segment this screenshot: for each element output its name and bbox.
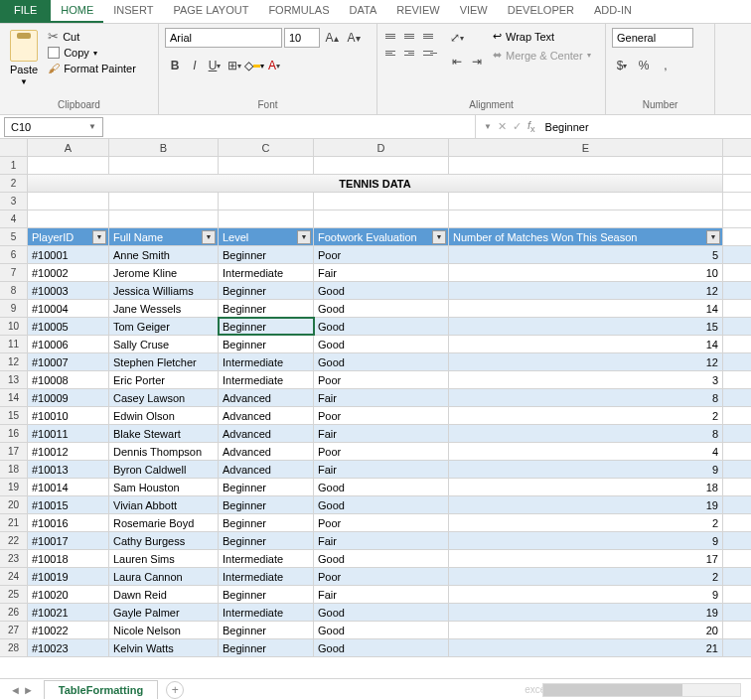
cell-playerid[interactable]: #10018 [28,550,109,567]
cell-footwork[interactable]: Good [314,622,449,638]
merge-center-button[interactable]: ⬌ Merge & Center ▾ [491,47,593,64]
row-header[interactable]: 25 [0,586,28,603]
fx-icon[interactable]: fx [527,119,535,134]
row-header[interactable]: 14 [0,389,28,406]
font-size-select[interactable] [284,28,320,48]
cell-wins[interactable]: 2 [449,568,723,585]
wrap-text-button[interactable]: ↩ Wrap Text [491,28,593,45]
cell-footwork[interactable]: Poor [314,407,449,424]
copy-button[interactable]: Copy ▾ [46,46,138,60]
font-name-select[interactable] [165,28,282,48]
cell-level[interactable]: Intermediate [219,568,314,585]
cell-playerid[interactable]: #10011 [28,425,109,442]
col-header-d[interactable]: D [314,139,449,156]
cell-playerid[interactable]: #10013 [28,461,109,478]
align-left-button[interactable] [383,45,401,61]
cell-level[interactable]: Beginner [219,532,314,549]
row-header[interactable]: 21 [0,514,28,531]
cell-footwork[interactable]: Good [314,336,449,352]
cell-level[interactable]: Advanced [219,461,314,478]
row-header[interactable]: 4 [0,210,28,227]
cell-fullname[interactable]: Jessica Williams [109,282,219,299]
cell-level[interactable]: Intermediate [219,353,314,370]
cell-level[interactable]: Intermediate [219,264,314,281]
cell-footwork[interactable]: Fair [314,389,449,406]
cell[interactable] [314,210,449,227]
tab-page-layout[interactable]: PAGE LAYOUT [163,0,258,23]
cell-wins[interactable]: 12 [449,353,723,370]
cell-wins[interactable]: 5 [449,246,723,263]
cell-level[interactable]: Intermediate [219,550,314,567]
cell-footwork[interactable]: Good [314,479,449,495]
cell-fullname[interactable]: Lauren Sims [109,550,219,567]
filter-dropdown-icon[interactable]: ▼ [706,230,720,244]
sheet-nav-prev[interactable]: ◄ [10,684,21,696]
row-header[interactable]: 11 [0,336,28,352]
chevron-down-icon[interactable]: ▼ [88,122,96,131]
italic-button[interactable]: I [185,56,205,75]
cell-footwork[interactable]: Poor [314,514,449,531]
cell-fullname[interactable]: Laura Cannon [109,568,219,585]
cell-wins[interactable]: 2 [449,514,723,531]
cell-wins[interactable]: 14 [449,300,723,317]
table-header-cell[interactable]: Footwork Evaluation▼ [314,228,449,245]
row-header[interactable]: 18 [0,461,28,478]
cell-playerid[interactable]: #10008 [28,371,109,388]
cell-fullname[interactable]: Gayle Palmer [109,604,219,621]
align-bottom-button[interactable] [421,28,439,44]
cell-playerid[interactable]: #10014 [28,479,109,495]
decrease-indent-button[interactable]: ⇤ [447,52,467,71]
accept-formula-icon[interactable]: ✓ [513,120,522,133]
increase-indent-button[interactable]: ⇥ [467,52,487,71]
row-header[interactable]: 2 [0,175,28,192]
tab-insert[interactable]: INSERT [103,0,163,23]
cell[interactable] [109,210,219,227]
cell-playerid[interactable]: #10006 [28,336,109,352]
cell[interactable] [28,157,109,174]
row-header[interactable]: 24 [0,568,28,585]
formula-input[interactable] [543,119,751,135]
horizontal-scrollbar[interactable] [542,683,741,697]
increase-font-button[interactable]: A▴ [322,28,342,48]
cell-footwork[interactable]: Good [314,604,449,621]
cell-wins[interactable]: 20 [449,622,723,638]
fill-color-button[interactable]: ◇▾ [244,56,264,75]
cell-fullname[interactable]: Tom Geiger [109,318,219,335]
cell[interactable] [109,157,219,174]
cell-level[interactable]: Beginner [219,622,314,638]
comma-button[interactable]: , [656,56,676,75]
border-button[interactable]: ⊞▾ [225,56,244,75]
cell-wins[interactable]: 21 [449,639,723,656]
tab-home[interactable]: HOME [51,0,103,23]
align-top-button[interactable] [383,28,401,44]
tab-data[interactable]: DATA [340,0,387,23]
cell-level[interactable]: Advanced [219,425,314,442]
row-header[interactable]: 17 [0,443,28,460]
cell[interactable] [449,210,723,227]
cell-fullname[interactable]: Blake Stewart [109,425,219,442]
cell-wins[interactable]: 3 [449,371,723,388]
cell-level[interactable]: Beginner [219,639,314,656]
cell-level[interactable]: Beginner [219,300,314,317]
cell-level[interactable]: Intermediate [219,604,314,621]
tab-file[interactable]: FILE [0,0,51,23]
cell-playerid[interactable]: #10022 [28,622,109,638]
cell-footwork[interactable]: Good [314,639,449,656]
cell-playerid[interactable]: #10001 [28,246,109,263]
row-header[interactable]: 7 [0,264,28,281]
cell-level[interactable]: Advanced [219,389,314,406]
cell-fullname[interactable]: Dennis Thompson [109,443,219,460]
chevron-down-icon[interactable]: ▼ [484,122,492,131]
row-header[interactable]: 3 [0,193,28,210]
cell-playerid[interactable]: #10016 [28,514,109,531]
cell-footwork[interactable]: Poor [314,443,449,460]
row-header[interactable]: 26 [0,604,28,621]
cell-wins[interactable]: 4 [449,443,723,460]
tab-developer[interactable]: DEVELOPER [498,0,584,23]
cell-fullname[interactable]: Cathy Burgess [109,532,219,549]
col-header-a[interactable]: A [28,139,109,156]
cell-fullname[interactable]: Sam Houston [109,479,219,495]
cell-level[interactable]: Beginner [219,336,314,352]
cell-playerid[interactable]: #10021 [28,604,109,621]
paste-button[interactable]: Paste ▼ [6,28,42,97]
